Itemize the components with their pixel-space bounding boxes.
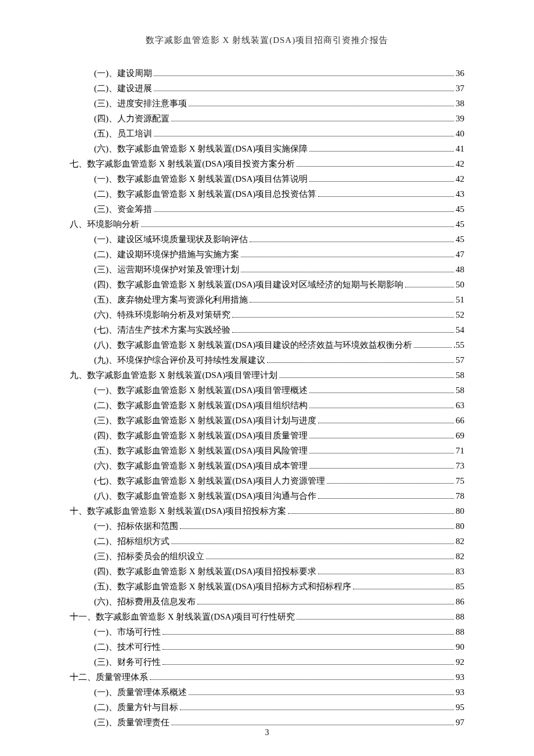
toc-entry-label: (二)、数字减影血管造影 X 射线装置(DSA)项目组织结构: [94, 401, 308, 410]
toc-entry-page: 97: [456, 718, 464, 727]
toc-entry: (四)、数字减影血管造影 X 射线装置(DSA)项目建设对区域经济的短期与长期影…: [94, 277, 464, 292]
toc-entry: (五)、员工培训40: [94, 126, 464, 141]
toc-entry-page: 63: [456, 401, 464, 410]
toc-entry-label: 八、环境影响分析: [70, 220, 139, 229]
toc-entry-page: 80: [456, 522, 464, 531]
toc-entry-page: 82: [456, 537, 464, 546]
toc-leader-dots: [353, 582, 454, 589]
toc-entry-page: 83: [456, 567, 464, 576]
toc-entry-page: 45: [456, 235, 464, 244]
toc-entry: (七)、数字减影血管造影 X 射线装置(DSA)项目人力资源管理75: [94, 473, 464, 488]
toc-entry: (二)、技术可行性90: [94, 639, 464, 654]
toc-entry-page: 39: [456, 114, 464, 123]
toc-leader-dots: [154, 69, 454, 76]
toc-entry-page: 36: [456, 69, 464, 78]
table-of-contents: (一)、建设周期36(二)、建设进展37(三)、进度安排注意事项38(四)、人力…: [70, 66, 464, 730]
toc-leader-dots: [197, 597, 454, 604]
toc-entry: (一)、数字减影血管造影 X 射线装置(DSA)项目估算说明42: [94, 171, 464, 186]
toc-entry: 九、数字减影血管造影 X 射线装置(DSA)项目管理计划58: [70, 368, 464, 383]
toc-entry-label: (七)、数字减影血管造影 X 射线装置(DSA)项目人力资源管理: [94, 477, 325, 485]
toc-entry: 十一、数字减影血管造影 X 射线装置(DSA)项目可行性研究88: [70, 609, 464, 624]
toc-leader-dots: [309, 401, 454, 408]
toc-entry-page: 43: [456, 190, 464, 199]
toc-entry-label: (五)、废弃物处理方案与资源化利用措施: [94, 296, 248, 304]
toc-leader-dots: [405, 280, 454, 287]
toc-entry-page: 58: [456, 386, 464, 395]
toc-leader-dots: [318, 190, 454, 197]
toc-entry-page: 80: [456, 507, 464, 516]
toc-entry: (三)、进度安排注意事项38: [94, 96, 464, 111]
toc-entry-page: 69: [456, 431, 464, 440]
toc-entry-label: (九)、环境保护综合评价及可持续性发展建议: [94, 356, 265, 365]
toc-leader-dots: [250, 235, 454, 242]
toc-entry: (一)、建设区域环境质量现状及影响评估45: [94, 232, 464, 247]
toc-entry-page: 88: [456, 613, 464, 621]
toc-entry-page: 86: [456, 597, 464, 606]
toc-entry-page: 48: [456, 265, 464, 274]
toc-entry-label: (六)、数字减影血管造影 X 射线装置(DSA)项目实施保障: [94, 145, 308, 153]
toc-entry-page: 51: [456, 296, 464, 304]
toc-entry: 十二、质量管理体系93: [70, 669, 464, 685]
toc-leader-dots: [180, 522, 454, 529]
toc-entry: (八)、数字减影血管造影 X 射线装置(DSA)项目沟通与合作78: [94, 488, 464, 503]
toc-entry-label: (四)、数字减影血管造影 X 射线装置(DSA)项目质量管理: [94, 431, 308, 440]
toc-entry-label: (六)、招标费用及信息发布: [94, 597, 196, 606]
toc-entry-label: 十二、质量管理体系: [70, 673, 148, 682]
toc-leader-dots: [318, 492, 454, 499]
toc-entry-label: (一)、建设区域环境质量现状及影响评估: [94, 235, 248, 244]
toc-entry-label: 十一、数字减影血管造影 X 射线装置(DSA)项目可行性研究: [70, 613, 295, 621]
toc-entry-page: 92: [456, 658, 464, 667]
toc-entry: (二)、建设进展37: [94, 81, 464, 96]
toc-leader-dots: [288, 507, 454, 514]
toc-entry-label: (一)、数字减影血管造影 X 射线装置(DSA)项目估算说明: [94, 175, 308, 183]
toc-leader-dots: [414, 341, 452, 348]
toc-entry-page: 73: [456, 462, 464, 470]
toc-entry-page: 42: [456, 175, 464, 183]
toc-leader-dots: [171, 718, 454, 725]
toc-entry-page: 93: [456, 673, 464, 682]
toc-entry-label: (三)、财务可行性: [94, 658, 161, 667]
toc-leader-dots: [250, 296, 454, 303]
toc-leader-dots: [241, 250, 454, 257]
toc-entry: (五)、废弃物处理方案与资源化利用措施51: [94, 292, 464, 307]
toc-entry-label: (三)、数字减影血管造影 X 射线装置(DSA)项目计划与进度: [94, 416, 316, 425]
toc-entry: (三)、招标委员会的组织设立82: [94, 549, 464, 564]
toc-leader-dots: [154, 205, 454, 212]
toc-entry-page: 37: [456, 84, 464, 93]
toc-entry: (三)、资金筹措45: [94, 201, 464, 217]
toc-entry: (一)、招标依据和范围80: [94, 519, 464, 534]
toc-leader-dots: [189, 688, 454, 695]
toc-entry-label: (四)、数字减影血管造影 X 射线装置(DSA)项目建设对区域经济的短期与长期影…: [94, 280, 403, 289]
toc-entry-label: (六)、特殊环境影响分析及对策研究: [94, 311, 230, 319]
toc-entry-label: (四)、数字减影血管造影 X 射线装置(DSA)项目招投标要求: [94, 567, 316, 576]
toc-leader-dots: [327, 477, 454, 484]
page-number: 3: [0, 728, 534, 737]
toc-entry-label: (一)、质量管理体系概述: [94, 688, 187, 697]
toc-entry-page: 42: [456, 160, 464, 168]
toc-leader-dots: [318, 416, 454, 423]
toc-leader-dots: [309, 175, 454, 182]
toc-entry-label: (一)、数字减影血管造影 X 射线装置(DSA)项目管理概述: [94, 386, 308, 395]
toc-entry-page: 82: [456, 552, 464, 561]
toc-leader-dots: [232, 311, 454, 318]
toc-entry: (四)、人力资源配置39: [94, 111, 464, 126]
toc-entry: (二)、招标组织方式82: [94, 534, 464, 549]
toc-leader-dots: [163, 628, 454, 635]
toc-entry-page: 57: [456, 356, 464, 365]
toc-leader-dots: [297, 613, 454, 620]
toc-entry: (一)、建设周期36: [94, 66, 464, 81]
toc-entry-page: 71: [456, 447, 464, 455]
toc-leader-dots: [163, 658, 454, 665]
toc-leader-dots: [180, 703, 454, 710]
toc-entry-page: 54: [456, 326, 464, 334]
toc-entry-label: (二)、数字减影血管造影 X 射线装置(DSA)项目总投资估算: [94, 190, 316, 199]
toc-entry-label: (三)、招标委员会的组织设立: [94, 552, 204, 561]
toc-leader-dots: [297, 160, 454, 167]
toc-leader-dots: [206, 552, 454, 559]
toc-entry: (三)、数字减影血管造影 X 射线装置(DSA)项目计划与进度66: [94, 413, 464, 428]
toc-leader-dots: [309, 462, 454, 469]
toc-leader-dots: [241, 265, 454, 272]
toc-entry: 十、数字减影血管造影 X 射线装置(DSA)项目招投标方案80: [70, 503, 464, 519]
toc-entry-page: 38: [456, 99, 464, 108]
toc-entry: (七)、清洁生产技术方案与实践经验54: [94, 322, 464, 337]
